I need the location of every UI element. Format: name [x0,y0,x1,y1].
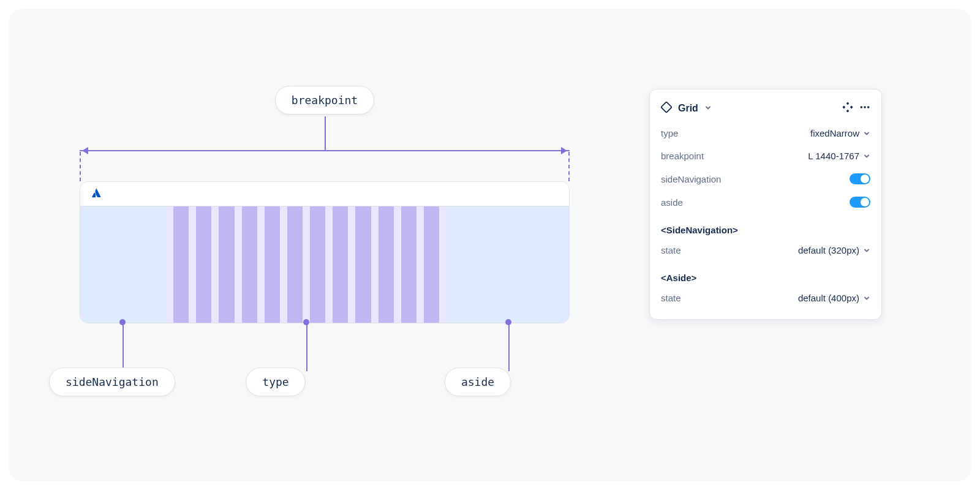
breakpoint-dashed-right [568,152,570,181]
row-aside: aside [650,190,881,214]
breakpoint-prop-label: breakpoint [661,151,704,161]
side-connector [123,322,124,371]
grid-column [196,206,211,323]
grid-column [265,206,280,323]
svg-rect-4 [850,106,853,109]
aside-toggle[interactable] [850,197,870,208]
aside-prop-label: aside [661,197,683,208]
mockup-top-bar [80,182,569,206]
panel-header: Grid [650,98,881,122]
breakpoint-bracket [80,150,570,151]
sidenav-prop-label: sideNavigation [661,174,721,184]
region-type-grid [166,206,447,323]
type-label-pill: type [246,368,305,396]
grid-column [333,206,348,323]
row-side-navigation: sideNavigation [650,167,881,190]
aside-connector-dot [505,319,511,325]
top-label-row: breakpoint [80,86,570,115]
breakpoint-dashed-left [80,152,81,181]
grid-column [287,206,303,323]
row-breakpoint[interactable]: breakpoint L 1440-1767 [650,145,881,167]
layout-mockup [80,181,570,323]
atlassian-logo-icon [91,187,102,201]
svg-point-5 [861,106,863,108]
grid-column [173,206,189,323]
chevron-down-icon[interactable] [704,103,712,113]
component-set-icon[interactable] [842,102,853,115]
sidenav-toggle[interactable] [850,173,870,184]
region-side-navigation [80,206,166,323]
grid-column [219,206,234,323]
grid-column [424,206,439,323]
region-aside [447,206,569,323]
mockup-body [80,206,569,323]
grid-column [401,206,417,323]
aside-state-value: default (400px) [798,293,859,303]
sidenav-state-value: default (320px) [798,245,859,255]
breakpoint-prop-value: L 1440-1767 [808,151,859,161]
type-connector-dot [303,319,309,325]
grid-column [379,206,394,323]
type-connector [306,322,307,371]
row-aside-state[interactable]: state default (400px) [650,287,881,309]
side-navigation-label-pill: sideNavigation [49,368,175,396]
section-side-navigation-heading: <SideNavigation> [650,214,881,239]
canvas: breakpoint [9,9,971,481]
component-diamond-icon [661,102,672,115]
svg-rect-1 [846,102,850,105]
grid-column [310,206,325,323]
aside-connector [508,322,510,371]
svg-rect-3 [842,106,845,109]
svg-point-7 [867,106,870,108]
sidenav-state-label: state [661,245,681,255]
type-prop-value: fixedNarrow [810,128,859,138]
chevron-down-icon [863,153,870,160]
row-type[interactable]: type fixedNarrow [650,122,881,145]
aside-state-label: state [661,293,681,303]
breakpoint-label-pill: breakpoint [275,86,374,115]
svg-rect-0 [661,102,672,113]
grid-column [242,206,257,323]
panel-title: Grid [678,103,698,114]
row-sidenav-state[interactable]: state default (320px) [650,239,881,262]
properties-panel: Grid type fixedNarrow breakpoint L 1440-… [649,89,882,320]
chevron-down-icon [863,295,870,302]
section-aside-heading: <Aside> [650,262,881,287]
chevron-down-icon [863,130,870,137]
breakpoint-connector [325,116,326,150]
grid-column [355,206,371,323]
svg-rect-2 [846,110,850,113]
bottom-label-row: sideNavigation type aside [49,368,606,404]
more-menu-icon[interactable] [859,102,870,115]
chevron-down-icon [863,247,870,254]
svg-point-6 [864,106,866,108]
aside-label-pill: aside [445,368,511,396]
type-prop-label: type [661,128,678,138]
side-connector-dot [119,319,126,325]
